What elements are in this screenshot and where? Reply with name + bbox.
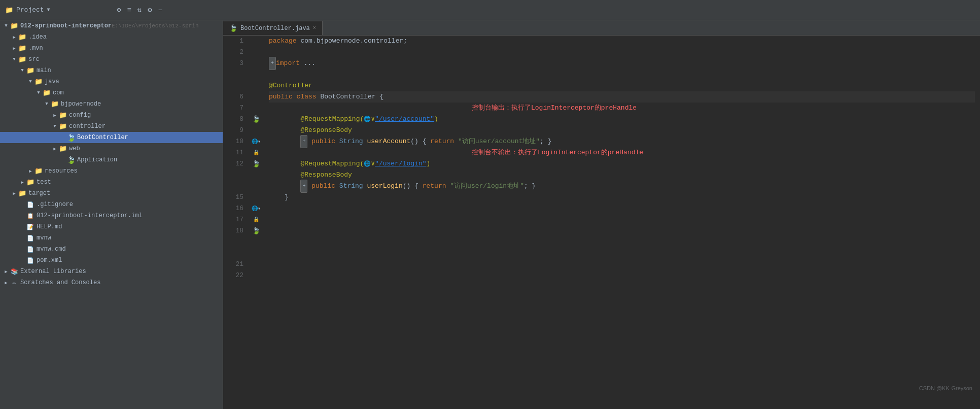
tab-bootcontroller[interactable]: 🍃 BootController.java × — [223, 21, 323, 35]
annotation-responsebody-11: @ResponseBody — [300, 125, 352, 136]
project-title: Project — [16, 6, 44, 14]
label-ext-libs: External Libraries — [20, 268, 86, 275]
collapse-icon[interactable]: − — [158, 6, 162, 14]
tree-item-idea[interactable]: ▶ 📁 .idea — [0, 31, 223, 43]
label-target: target — [28, 190, 50, 197]
tree-item-iml[interactable]: 📋 012-sprinboot-interceptor.iml — [0, 210, 223, 221]
arrow-config: ▶ — [51, 113, 59, 118]
arrow-scratches: ▶ — [2, 280, 10, 286]
indent-11 — [269, 125, 300, 136]
code-line-22 — [269, 203, 975, 214]
kw-string-18: String — [339, 181, 367, 192]
annotation-responsebody-17: @ResponseBody — [300, 169, 352, 181]
tree-item-src[interactable]: ▼ 📁 src — [0, 54, 223, 65]
settings-icon[interactable]: ⚙ — [148, 6, 152, 14]
sync-icon[interactable]: ⇅ — [137, 6, 142, 14]
label-iml: 012-sprinboot-interceptor.iml — [37, 212, 143, 219]
arrow-src: ▼ — [10, 57, 18, 62]
project-folder-icon: 📁 — [5, 6, 13, 14]
title-bar-icons: ⊕ ≡ ⇅ ⚙ − — [117, 6, 162, 14]
arrow-mvn: ▶ — [10, 46, 18, 51]
tab-close-btn[interactable]: × — [313, 25, 316, 31]
tree-item-mvnw[interactable]: 📄 mvnw — [0, 232, 223, 244]
code-line-9: 控制台输出：执行了LoginInterceptor的preHandle — [269, 103, 975, 114]
kw-import: import — [276, 58, 304, 69]
folder-icon-com: 📁 — [43, 89, 51, 97]
tree-item-mvn[interactable]: ▶ 📁 .mvn — [0, 43, 223, 54]
tree-item-gitignore[interactable]: 📄 .gitignore — [0, 199, 223, 210]
code-line-12: + public String userAccount () { return … — [269, 136, 975, 147]
arrow-java: ▼ — [26, 79, 34, 84]
tree-item-java[interactable]: ▼ 📁 java — [0, 76, 223, 87]
method-parens-12: () { — [410, 136, 430, 147]
label-com: com — [53, 89, 64, 96]
folder-icon-root: 📁 — [10, 22, 18, 30]
sidebar: ▼ 📁 012-sprinboot-interceptor E:\IDEA\Pr… — [0, 20, 223, 409]
indent-17 — [269, 169, 300, 181]
label-root-path: E:\IDEA\Projects\012-sprin — [112, 23, 199, 29]
folder-icon-target: 📁 — [18, 189, 26, 197]
label-application: Application — [77, 156, 117, 163]
tree-item-mvnwcmd[interactable]: 📄 mvnw.cmd — [0, 244, 223, 255]
label-scratches: Scratches and Consoles — [20, 279, 100, 286]
globe-toolbar-icon[interactable]: ⊕ — [117, 6, 121, 14]
label-test: test — [37, 179, 51, 186]
title-bar-left: 📁 Project ▼ — [5, 6, 107, 14]
tree-item-test[interactable]: ▶ 📁 test — [0, 177, 223, 188]
project-dropdown-icon[interactable]: ▼ — [47, 7, 50, 13]
code-editor[interactable]: 1 2 3 6 7 8 9 10 11 12 15 16 17 — [223, 36, 980, 409]
arrow-controller: ▼ — [51, 124, 59, 129]
tree-item-application[interactable]: 🍃 Application — [0, 154, 223, 165]
folder-icon-java: 📁 — [34, 78, 43, 86]
tree-item-pomxml[interactable]: 📄 pom.xml — [0, 255, 223, 266]
tree-item-ext-libs[interactable]: ▶ 📚 External Libraries — [0, 266, 223, 277]
iml-icon-item: 📋 — [26, 212, 34, 220]
label-mvnw: mvnw — [37, 234, 51, 242]
folder-icon-main: 📁 — [26, 66, 34, 75]
tree-item-com[interactable]: ▼ 📁 com — [0, 87, 223, 98]
folder-icon-resources: 📁 — [34, 167, 43, 175]
folder-icon-bjpowernode: 📁 — [51, 100, 59, 108]
arrow-com: ▼ — [34, 90, 43, 95]
label-config: config — [69, 112, 91, 119]
tree-item-target[interactable]: ▶ 📁 target — [0, 188, 223, 199]
import-dots: ... — [304, 58, 316, 69]
str-12: "访问user/account地址" — [458, 136, 540, 147]
tree-item-help[interactable]: 📝 HELP.md — [0, 221, 223, 232]
tree-item-resources[interactable]: ▶ 📁 resources — [0, 165, 223, 177]
label-help: HELP.md — [37, 223, 62, 230]
label-main: main — [37, 67, 51, 74]
method-parens-18: () { — [403, 181, 423, 192]
tree-item-bootcontroller[interactable]: 🍃 BootController — [0, 132, 223, 143]
label-mvnwcmd: mvnw.cmd — [37, 246, 66, 253]
folder-icon-controller: 📁 — [59, 122, 67, 130]
tree-item-config[interactable]: ▶ 📁 config — [0, 110, 223, 121]
tab-label: BootController.java — [240, 25, 310, 32]
closing-brace: } — [269, 192, 289, 203]
tree-item-main[interactable]: ▼ 📁 main — [0, 65, 223, 76]
tree-item-bjpowernode[interactable]: ▼ 📁 bjpowernode — [0, 98, 223, 110]
code-line-8: public class BootController { — [269, 91, 975, 103]
ext-lib-icon: 📚 — [10, 267, 18, 276]
comment-label-1: 控制台输出：执行了LoginInterceptor的preHandle — [472, 103, 637, 114]
kw-return-12: return — [430, 136, 458, 147]
lock-gutter-11: 🔓 — [253, 150, 259, 156]
arrow-ext-libs: ▶ — [2, 269, 10, 275]
kw-package: package — [269, 36, 300, 47]
tab-bar: 🍃 BootController.java × — [223, 20, 980, 36]
label-bjpowernode: bjpowernode — [61, 100, 101, 108]
tree-item-web[interactable]: ▶ 📁 web — [0, 143, 223, 154]
code-line-15: 控制台不输出：执行了LoginInterceptor的preHandle — [269, 147, 975, 158]
method-expand-btn-18[interactable]: + — [300, 180, 307, 193]
method-close-18: ; } — [524, 181, 536, 192]
code-lines[interactable]: package com.bjpowernode.controller; + im… — [264, 36, 980, 409]
tree-item-root[interactable]: ▼ 📁 012-sprinboot-interceptor E:\IDEA\Pr… — [0, 20, 223, 31]
tree-item-scratches[interactable]: ▶ ✏️ Scratches and Consoles — [0, 277, 223, 288]
line-numbers: 1 2 3 6 7 8 9 10 11 12 15 16 17 — [223, 36, 249, 409]
structure-icon[interactable]: ≡ — [127, 6, 131, 14]
folder-icon-config: 📁 — [59, 111, 67, 119]
editor-area: 🍃 BootController.java × 1 2 3 6 7 8 9 — [223, 20, 980, 409]
tree-item-controller[interactable]: ▼ 📁 controller — [0, 121, 223, 132]
arrow-main: ▼ — [18, 68, 26, 73]
import-expand-btn[interactable]: + — [269, 57, 276, 70]
